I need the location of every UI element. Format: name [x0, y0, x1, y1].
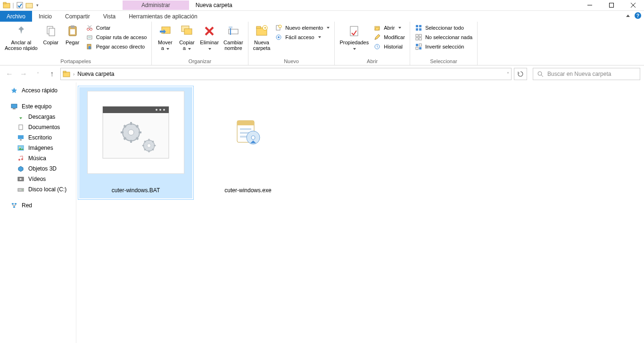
nav-up-button[interactable]: ↑ — [46, 68, 58, 80]
search-icon — [537, 71, 544, 77]
qat-properties-icon[interactable] — [16, 1, 24, 9]
history-icon — [373, 43, 381, 50]
svg-rect-97 — [240, 128, 251, 130]
properties-button[interactable]: Propiedades — [338, 23, 371, 52]
cut-button[interactable]: Cortar — [84, 24, 149, 32]
svg-rect-69 — [13, 206, 15, 208]
documents-icon — [17, 123, 25, 131]
file-thumbnail-bat — [87, 91, 184, 174]
select-all-button[interactable]: Seleccionar todo — [413, 24, 474, 32]
svg-line-54 — [541, 75, 543, 77]
qat-folder-icon[interactable] — [25, 1, 33, 9]
svg-line-91 — [144, 141, 146, 142]
svg-rect-27 — [229, 26, 232, 28]
close-button[interactable] — [622, 0, 644, 11]
nav-local-disk[interactable]: Disco local (C:) — [0, 184, 76, 195]
nav-back-button[interactable]: ← — [4, 68, 15, 80]
delete-button[interactable]: Eliminar — [198, 23, 221, 52]
svg-rect-40 — [419, 25, 421, 27]
svg-rect-12 — [70, 29, 75, 34]
svg-line-84 — [124, 138, 126, 139]
new-folder-button[interactable]: ✦ Nueva carpeta — [251, 23, 272, 52]
svg-rect-59 — [20, 139, 22, 140]
address-history-dropdown[interactable]: ˅ — [507, 72, 509, 77]
downloads-icon — [17, 113, 25, 121]
tab-share[interactable]: Compartir — [58, 11, 97, 22]
pin-quick-access-button[interactable]: Anclar al Acceso rápido — [3, 23, 40, 52]
paste-button[interactable]: Pegar — [62, 23, 83, 46]
easy-access-button[interactable]: Fácil acceso — [273, 33, 331, 41]
qat-customize-dropdown[interactable]: ▾ — [35, 1, 40, 9]
copy-to-button[interactable]: Copiar a — [176, 23, 197, 52]
navigation-pane[interactable]: Acceso rápido Este equipo Descargas Docu… — [0, 82, 76, 343]
tab-home[interactable]: Inicio — [32, 11, 58, 22]
file-item[interactable]: cuter-windows.exe — [198, 87, 298, 198]
star-icon — [10, 87, 18, 94]
folder-app-icon — [3, 1, 10, 9]
nav-videos[interactable]: Vídeos — [0, 174, 76, 184]
tab-file[interactable]: Archivo — [0, 11, 32, 22]
svg-rect-56 — [13, 108, 16, 109]
svg-rect-42 — [419, 28, 421, 31]
maximize-button[interactable] — [601, 0, 622, 11]
nav-documents[interactable]: Documentos — [0, 122, 76, 132]
edit-button[interactable]: Modificar — [372, 33, 407, 41]
nav-3d-objects[interactable]: Objetos 3D — [0, 163, 76, 174]
nav-this-pc[interactable]: Este equipo — [0, 101, 76, 112]
tab-app-tools[interactable]: Herramientas de aplicación — [122, 11, 204, 22]
nav-network[interactable]: Red — [0, 200, 76, 211]
open-button[interactable]: Abrir — [372, 24, 407, 32]
history-button[interactable]: Historial — [372, 42, 407, 51]
nav-quick-access[interactable]: Acceso rápido — [0, 85, 76, 96]
search-box[interactable]: Buscar en Nueva carpeta — [533, 68, 640, 80]
breadcrumb[interactable]: Nueva carpeta — [77, 71, 114, 77]
open-icon — [373, 24, 381, 32]
refresh-button[interactable] — [514, 68, 527, 80]
copy-path-button[interactable]: Copiar ruta de acceso — [84, 33, 149, 41]
svg-rect-52 — [63, 71, 66, 73]
file-thumbnail-exe — [199, 91, 297, 174]
address-bar[interactable]: › Nueva carpeta ˅ — [60, 68, 512, 80]
new-item-icon — [275, 24, 282, 32]
svg-point-53 — [538, 72, 542, 75]
select-none-button[interactable]: No seleccionar nada — [413, 33, 474, 41]
move-to-button[interactable]: Mover a — [155, 23, 175, 52]
svg-line-94 — [144, 149, 146, 150]
svg-point-35 — [278, 36, 280, 38]
network-icon — [10, 202, 18, 209]
nav-desktop[interactable]: Escritorio — [0, 132, 76, 143]
help-icon[interactable]: ? — [635, 12, 641, 19]
nav-pictures[interactable]: Imágenes — [0, 143, 76, 153]
svg-rect-47 — [416, 44, 418, 46]
paste-shortcut-button[interactable]: Pegar acceso directo — [84, 42, 149, 51]
svg-rect-3 — [26, 3, 33, 8]
edit-icon — [373, 33, 381, 41]
group-label-open: Abrir — [338, 58, 406, 65]
svg-rect-96 — [237, 121, 254, 125]
svg-point-86 — [147, 144, 151, 147]
folder-icon — [63, 70, 70, 78]
nav-recent-dropdown[interactable]: ˅ — [32, 68, 43, 80]
svg-text:✦: ✦ — [264, 26, 267, 30]
invert-selection-button[interactable]: Invertir selección — [413, 42, 474, 51]
desktop-icon — [17, 134, 25, 141]
ribbon-collapse-caret[interactable] — [626, 15, 630, 17]
objects3d-icon — [17, 165, 25, 172]
copy-path-icon — [86, 33, 93, 41]
contextual-tab-manage[interactable]: Administrar — [123, 0, 189, 10]
qat-divider: | — [12, 1, 14, 9]
tab-view[interactable]: Vista — [97, 11, 122, 22]
nav-music[interactable]: Música — [0, 153, 76, 163]
rename-button[interactable]: Cambiar nombre — [222, 23, 245, 52]
file-item[interactable]: cuter-windows.BAT — [79, 87, 192, 198]
group-label-select: Seleccionar — [413, 58, 474, 65]
file-list-pane[interactable]: cuter-windows.BAT cuter-windows.exe — [76, 82, 644, 343]
minimize-button[interactable] — [579, 0, 601, 11]
copy-button[interactable]: Copiar — [41, 23, 61, 46]
nav-downloads[interactable]: Descargas — [0, 112, 76, 122]
new-item-button[interactable]: Nuevo elemento — [273, 24, 331, 32]
svg-line-81 — [124, 125, 126, 127]
svg-point-73 — [159, 109, 161, 111]
nav-forward-button[interactable]: → — [18, 68, 29, 80]
svg-point-74 — [156, 109, 157, 111]
